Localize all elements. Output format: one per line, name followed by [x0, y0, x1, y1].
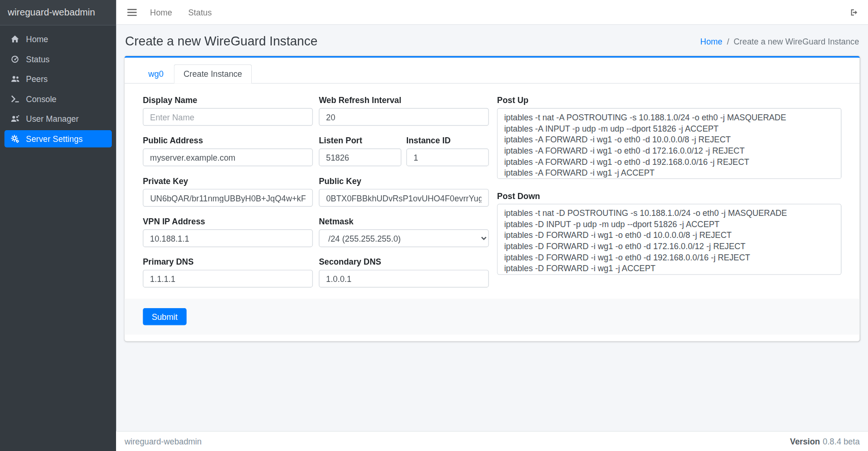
top-navbar: Home Status: [116, 0, 868, 25]
netmask-select[interactable]: /24 (255.255.255.0): [319, 229, 489, 247]
tachometer-icon: [9, 55, 21, 63]
app-root: wireguard-webadmin Home Status Peers: [0, 0, 868, 451]
private-key-label: Private Key: [143, 176, 313, 185]
vpn-ip-label: VPN IP Address: [143, 217, 313, 226]
instance-id-input[interactable]: [406, 148, 489, 166]
submit-button[interactable]: Submit: [143, 308, 186, 325]
form-column-right: Post Up iptables -t nat -A POSTROUTING -…: [495, 95, 842, 297]
public-address-label: Public Address: [143, 136, 313, 145]
page-footer: wireguard-webadmin Version0.8.4 beta: [116, 431, 868, 451]
form-column-middle: Web Refresh Interval Listen Port Insta: [319, 95, 489, 297]
display-name-label: Display Name: [143, 95, 313, 104]
netmask-label: Netmask: [319, 217, 489, 226]
public-address-field: Public Address: [143, 136, 313, 166]
sidebar-item-label: Console: [26, 94, 57, 104]
terminal-icon: [9, 95, 21, 103]
instance-tabs: wg0 Create Instance: [124, 58, 860, 84]
port-and-id-field: Listen Port Instance ID: [319, 136, 489, 166]
post-up-textarea[interactable]: iptables -t nat -A POSTROUTING -s 10.188…: [497, 108, 841, 179]
listen-port-input[interactable]: [319, 148, 401, 166]
secondary-dns-field: Secondary DNS: [319, 257, 489, 288]
primary-dns-input[interactable]: [143, 270, 313, 288]
secondary-dns-label: Secondary DNS: [319, 257, 489, 266]
users-icon: [9, 75, 21, 83]
listen-port-field: Listen Port: [319, 136, 401, 166]
sidebar-item-label: Home: [26, 34, 48, 44]
secondary-dns-input[interactable]: [319, 270, 489, 288]
public-key-field: Public Key: [319, 176, 489, 207]
form-footer: Submit: [124, 299, 860, 335]
sign-out-icon: [850, 8, 859, 16]
sidebar-item-home[interactable]: Home: [4, 30, 112, 48]
post-up-field: Post Up iptables -t nat -A POSTROUTING -…: [497, 95, 841, 181]
netmask-field: Netmask /24 (255.255.255.0): [319, 217, 489, 247]
form-column-left: Display Name Public Address Private Key: [143, 95, 313, 297]
post-down-field: Post Down iptables -t nat -D POSTROUTING…: [497, 191, 841, 277]
sidebar: wireguard-webadmin Home Status Peers: [0, 0, 116, 451]
create-instance-card: wg0 Create Instance Display Name Public …: [124, 56, 860, 341]
sidebar-item-status[interactable]: Status: [4, 51, 112, 68]
sidebar-toggle-button[interactable]: [127, 8, 137, 16]
cogs-icon: [9, 134, 21, 143]
page-title: Create a new WireGuard Instance: [125, 34, 317, 49]
primary-dns-label: Primary DNS: [143, 257, 313, 266]
post-down-label: Post Down: [497, 191, 841, 200]
listen-port-label: Listen Port: [319, 136, 401, 145]
footer-version: Version0.8.4 beta: [790, 436, 860, 446]
instance-form: Display Name Public Address Private Key: [124, 84, 860, 299]
post-down-textarea[interactable]: iptables -t nat -D POSTROUTING -s 10.188…: [497, 204, 841, 274]
sidebar-item-label: User Manager: [26, 114, 79, 124]
home-icon: [9, 35, 21, 44]
display-name-field: Display Name: [143, 95, 313, 126]
private-key-field: Private Key: [143, 176, 313, 207]
sidebar-item-console[interactable]: Console: [4, 90, 112, 108]
topnav-status-link[interactable]: Status: [188, 7, 212, 17]
tab-wg0[interactable]: wg0: [139, 64, 174, 83]
breadcrumb-separator: /: [727, 37, 729, 46]
private-key-input[interactable]: [143, 189, 313, 207]
content-area: Create a new WireGuard Instance Home / C…: [116, 25, 868, 431]
instance-id-field: Instance ID: [406, 136, 489, 166]
hamburger-icon: [127, 8, 137, 16]
topnav-home-link[interactable]: Home: [150, 7, 172, 17]
breadcrumb: Home / Create a new WireGuard Instance: [700, 37, 859, 46]
sidebar-item-server-settings[interactable]: Server Settings: [4, 130, 112, 148]
sidebar-nav: Home Status Peers Console: [0, 25, 116, 155]
web-refresh-input[interactable]: [319, 108, 489, 126]
vpn-ip-input[interactable]: [143, 229, 313, 247]
instance-id-label: Instance ID: [406, 136, 489, 145]
public-address-input[interactable]: [143, 148, 313, 166]
sidebar-item-label: Status: [26, 54, 50, 64]
public-key-input[interactable]: [319, 189, 489, 207]
vpn-ip-field: VPN IP Address: [143, 217, 313, 247]
footer-version-label: Version: [790, 436, 820, 446]
primary-dns-field: Primary DNS: [143, 257, 313, 288]
brand-link[interactable]: wireguard-webadmin: [0, 0, 116, 25]
content-header: Create a new WireGuard Instance Home / C…: [124, 25, 860, 56]
sidebar-item-peers[interactable]: Peers: [4, 70, 112, 88]
tab-create-instance[interactable]: Create Instance: [174, 64, 252, 83]
logout-button[interactable]: [850, 8, 859, 16]
main-area: Home Status Create a new WireGuard Insta…: [116, 0, 868, 451]
display-name-input[interactable]: [143, 108, 313, 126]
footer-app-name: wireguard-webadmin: [124, 436, 202, 446]
sidebar-item-label: Server Settings: [26, 134, 83, 143]
sidebar-item-label: Peers: [26, 74, 48, 84]
sidebar-item-user-manager[interactable]: User Manager: [4, 110, 112, 127]
web-refresh-label: Web Refresh Interval: [319, 95, 489, 104]
breadcrumb-home-link[interactable]: Home: [700, 37, 722, 46]
public-key-label: Public Key: [319, 176, 489, 185]
breadcrumb-current: Create a new WireGuard Instance: [734, 37, 859, 46]
users-cog-icon: [9, 115, 21, 123]
web-refresh-field: Web Refresh Interval: [319, 95, 489, 126]
footer-version-value: 0.8.4 beta: [823, 436, 860, 446]
post-up-label: Post Up: [497, 95, 841, 104]
